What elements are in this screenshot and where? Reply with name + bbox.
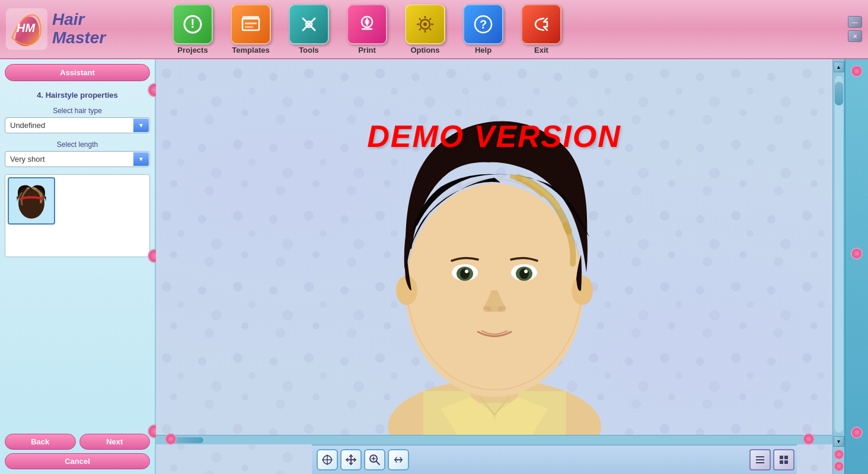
svg-point-39: [460, 268, 470, 279]
h-scroll-deco-left: [165, 433, 177, 445]
logo-area: HM Hair Master: [6, 8, 154, 50]
svg-point-16: [423, 23, 427, 26]
svg-rect-7: [245, 26, 253, 28]
minimize-button[interactable]: —: [848, 16, 862, 28]
options-icon: [405, 4, 445, 44]
svg-rect-5: [242, 16, 259, 20]
svg-text:!: !: [190, 16, 194, 31]
svg-point-13: [366, 18, 368, 26]
svg-rect-53: [784, 456, 788, 459]
list-view-button[interactable]: [749, 449, 771, 470]
projects-icon: !: [173, 4, 213, 44]
assistant-button[interactable]: Assistant: [5, 64, 150, 81]
sidebar-bottom: Back Next Cancel: [0, 429, 155, 474]
scroll-thumb[interactable]: [835, 82, 843, 105]
help-button[interactable]: ? Help: [457, 4, 510, 55]
tools-icon: [289, 4, 329, 44]
next-button[interactable]: Next: [79, 434, 151, 450]
length-group: Select length Very short ▼: [5, 140, 150, 167]
pan-tool-button[interactable]: [340, 449, 362, 470]
tools-button[interactable]: Tools: [282, 4, 336, 55]
templates-button[interactable]: Templates: [224, 4, 277, 55]
svg-point-44: [497, 306, 506, 312]
hair-type-select[interactable]: Undefined: [5, 117, 150, 133]
far-right-deco-2: [851, 248, 863, 260]
toolbar: ! Projects Templates: [166, 4, 848, 55]
scrollbar-deco-1: [834, 449, 844, 460]
svg-point-43: [483, 306, 492, 312]
grid-view-button[interactable]: [773, 449, 794, 470]
hair-thumbnail-grid: [5, 174, 150, 257]
help-icon: ?: [463, 4, 503, 44]
hair-thumbnail[interactable]: [8, 177, 55, 225]
svg-line-23: [429, 18, 431, 20]
svg-text:HM: HM: [17, 21, 36, 34]
nav-row: Back Next: [5, 434, 150, 450]
svg-rect-55: [784, 460, 788, 464]
length-select-wrapper: Very short ▼: [5, 151, 150, 167]
options-button[interactable]: Options: [398, 4, 452, 55]
far-right-panel: [844, 59, 868, 474]
zoom-tool-button[interactable]: [364, 449, 385, 470]
svg-line-21: [419, 18, 421, 20]
scroll-up-button[interactable]: ▲: [834, 62, 844, 72]
bottom-toolbar: [312, 444, 797, 474]
length-label: Select length: [5, 140, 150, 149]
canvas-area: DEMO VERSION: [156, 59, 832, 474]
h-scrollbar[interactable]: [156, 435, 832, 444]
exit-icon: [521, 4, 561, 44]
svg-line-22: [429, 28, 431, 30]
right-scrollbar: ▲ ▼: [832, 59, 844, 474]
svg-line-24: [419, 28, 421, 30]
sidebar-content: 4. Hairstyle properties Select hair type…: [0, 86, 155, 429]
hair-type-select-wrapper: Undefined ▼: [5, 117, 150, 133]
section-title: 4. Hairstyle properties: [5, 91, 150, 100]
scroll-track: [835, 76, 843, 433]
person-portrait: [340, 59, 649, 450]
svg-rect-52: [780, 456, 783, 459]
svg-rect-6: [245, 23, 257, 24]
hair-type-label: Select hair type: [5, 107, 150, 115]
view-controls: [749, 449, 794, 470]
main-area: Assistant 4. Hairstyle properties Select…: [0, 59, 868, 474]
templates-icon: [231, 4, 271, 44]
hair-type-group: Select hair type Undefined ▼: [5, 107, 150, 133]
top-bar: HM Hair Master ! Projects: [0, 0, 868, 59]
scrollbar-deco-2: [834, 461, 844, 472]
exit-button[interactable]: Exit: [515, 4, 568, 55]
svg-point-40: [519, 268, 529, 279]
close-button[interactable]: ✕: [848, 30, 862, 42]
canvas-background: DEMO VERSION: [156, 59, 832, 474]
svg-text:?: ?: [480, 18, 487, 31]
svg-line-46: [376, 462, 379, 465]
svg-point-41: [465, 270, 468, 273]
window-controls: — ✕: [848, 16, 862, 42]
cancel-button[interactable]: Cancel: [5, 453, 150, 469]
back-button[interactable]: Back: [5, 434, 76, 450]
h-scroll-deco-right: [803, 433, 815, 445]
flip-tool-button[interactable]: [388, 449, 409, 470]
far-right-deco-3: [851, 427, 863, 438]
svg-point-34: [572, 276, 593, 305]
sidebar: Assistant 4. Hairstyle properties Select…: [0, 59, 156, 474]
length-select[interactable]: Very short: [5, 151, 150, 167]
app-logo-icon: HM: [6, 8, 47, 50]
print-icon: [347, 4, 387, 44]
print-button[interactable]: Print: [340, 4, 394, 55]
svg-rect-54: [780, 460, 783, 464]
scroll-down-button[interactable]: ▼: [834, 436, 844, 447]
svg-point-42: [524, 270, 528, 273]
far-right-deco-1: [851, 65, 863, 77]
app-title: Hair Master: [52, 11, 106, 47]
projects-button[interactable]: ! Projects: [166, 4, 219, 55]
move-tool-button[interactable]: [317, 449, 338, 470]
